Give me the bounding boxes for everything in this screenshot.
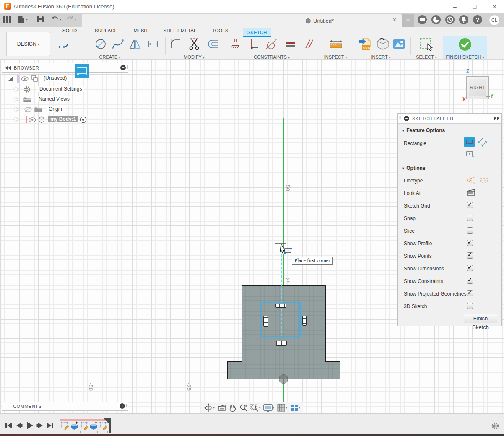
viewports-tool[interactable]: ▾	[290, 404, 300, 412]
finish-sketch-button[interactable]: Finish Sketch	[464, 314, 497, 323]
feature-options-section-header[interactable]: ▼ Feature Options	[401, 127, 445, 133]
data-panel-icon[interactable]	[3, 16, 11, 23]
job-status-button[interactable]	[418, 15, 427, 24]
modify-group-label[interactable]: MODIFY ▾	[179, 54, 209, 60]
sketch-palette-header[interactable]: ‖ − SKETCH PALETTE	[398, 114, 501, 124]
timeline-play-button[interactable]	[26, 421, 34, 430]
spline-tool-icon[interactable]	[111, 37, 125, 51]
radio-target-icon[interactable]	[80, 116, 87, 123]
offset-tool-icon[interactable]	[205, 37, 220, 51]
ribbon-tab-tools[interactable]: TOOLS	[209, 28, 231, 36]
ribbon-tab-surface[interactable]: SURFACE	[91, 28, 121, 36]
redo-icon[interactable]	[66, 16, 74, 23]
measure-tool-icon[interactable]	[328, 37, 343, 51]
workspace-selector[interactable]: DESIGN ▾	[6, 32, 50, 56]
trim-tool-icon[interactable]	[187, 37, 201, 51]
help-button[interactable]: ?	[473, 15, 482, 24]
expand-closed-icon[interactable]	[15, 107, 18, 112]
pan-tool[interactable]	[229, 404, 236, 412]
timeline-sketch-feature-2[interactable]	[81, 422, 89, 430]
show-profile-checkbox[interactable]	[467, 240, 473, 246]
timeline-step-forward-button[interactable]	[36, 422, 44, 429]
settings-gear-icon[interactable]	[491, 422, 499, 430]
select-group-label[interactable]: SELECT ▾	[413, 54, 440, 60]
timeline-position-marker[interactable]	[109, 418, 111, 433]
sketch-grid-checkbox[interactable]	[467, 202, 473, 208]
file-menu-icon[interactable]	[18, 16, 24, 23]
grid-display-tool[interactable]: ▾	[277, 404, 287, 412]
comments-grip-handle[interactable]: ‖	[126, 403, 128, 408]
visibility-off-eye-icon[interactable]	[24, 107, 32, 112]
show-constraints-checkbox[interactable]	[467, 278, 473, 284]
ribbon-tab-mesh[interactable]: MESH	[130, 28, 151, 36]
look-at-icon[interactable]	[466, 189, 475, 196]
timeline-step-back-button[interactable]	[16, 422, 23, 429]
timeline-go-to-end-button[interactable]	[46, 422, 54, 429]
expand-open-icon[interactable]	[8, 76, 13, 82]
center-rectangle-icon[interactable]	[466, 151, 474, 157]
circle-tool-icon[interactable]	[94, 37, 108, 51]
construction-linetype-icon[interactable]	[466, 176, 476, 185]
undo-icon[interactable]	[50, 16, 58, 23]
dimension-tool-icon[interactable]	[146, 37, 160, 51]
tangent-constraint-icon[interactable]	[264, 37, 278, 51]
rectangle-tool-selected[interactable]	[75, 64, 89, 78]
browser-origin-label[interactable]: Origin	[46, 106, 65, 112]
minimize-button[interactable]: –	[448, 2, 462, 11]
finish-sketch-group-label[interactable]: FINISH SKETCH ▾	[444, 54, 486, 60]
timeline-go-to-start-button[interactable]	[5, 422, 13, 429]
inspect-group-label[interactable]: INSPECT ▾	[321, 54, 350, 60]
centerline-linetype-icon[interactable]	[479, 176, 489, 185]
fit-tool[interactable]: ▾	[250, 404, 260, 412]
show-dimensions-checkbox[interactable]	[467, 265, 473, 271]
browser-root-label[interactable]: (Unsaved)	[41, 75, 69, 81]
select-tool-icon[interactable]	[419, 37, 434, 52]
fix-constraint-icon[interactable]	[229, 37, 242, 51]
comments-add-icon[interactable]: +	[120, 403, 125, 409]
timeline-rollback-bar[interactable]	[60, 419, 108, 421]
close-button[interactable]: ✕	[487, 2, 501, 11]
slice-checkbox[interactable]	[467, 227, 473, 234]
browser-my-body-label[interactable]: my Body:1	[48, 116, 78, 122]
timeline-sketch-feature-1[interactable]	[61, 422, 69, 430]
browser-named-views-label[interactable]: Named Views	[36, 96, 72, 102]
collapse-left-icon[interactable]	[5, 66, 11, 70]
expand-closed-icon[interactable]	[15, 87, 18, 91]
zoom-tool[interactable]: ±	[239, 404, 248, 412]
ribbon-tab-sketch[interactable]: SKETCH	[243, 28, 271, 36]
extensions-button[interactable]	[431, 15, 441, 24]
show-points-checkbox[interactable]	[467, 252, 473, 259]
three-point-rectangle-icon[interactable]	[478, 138, 487, 147]
insert-mesh-icon[interactable]	[376, 37, 390, 51]
equal-constraint-icon[interactable]	[284, 37, 297, 51]
viewcube[interactable]: RIGHT	[466, 76, 489, 99]
orbit-tool[interactable]: ▾	[204, 403, 215, 413]
caret-down-icon[interactable]: ▾	[26, 18, 28, 21]
expand-closed-icon[interactable]	[15, 97, 18, 101]
caret-down-icon[interactable]: ▾	[60, 18, 61, 21]
visibility-eye-icon[interactable]	[21, 76, 29, 81]
insert-group-label[interactable]: INSERT ▾	[367, 54, 394, 60]
maximize-button[interactable]: □	[468, 2, 482, 11]
ribbon-tab-solid[interactable]: SOLID	[59, 28, 81, 36]
palette-minimize-icon[interactable]: −	[404, 116, 409, 121]
browser-panel-header[interactable]: BROWSER − ‖	[2, 63, 128, 73]
constraint-glyph-left[interactable]	[263, 316, 268, 327]
comments-panel-header[interactable]: COMMENTS + ‖	[2, 402, 128, 411]
insert-svg-icon[interactable]: SVG	[357, 37, 372, 52]
expand-closed-icon[interactable]	[15, 117, 18, 122]
origin-point[interactable]	[279, 374, 288, 384]
vertical-horizontal-constraint-icon[interactable]	[247, 37, 260, 51]
fillet-tool-icon[interactable]	[169, 37, 183, 51]
notifications-button[interactable]	[459, 15, 468, 24]
browser-grip-handle[interactable]: ‖	[127, 65, 129, 70]
options-section-header[interactable]: ▼ Options	[401, 165, 426, 171]
line-tool-icon[interactable]	[57, 37, 71, 51]
collapse-right-icon[interactable]	[494, 117, 500, 120]
constraint-glyph-right[interactable]	[302, 316, 307, 326]
snap-checkbox[interactable]	[467, 215, 473, 221]
look-at-tool[interactable]	[218, 404, 226, 412]
browser-document-settings-label[interactable]: Document Settings	[37, 86, 84, 92]
finish-sketch-block[interactable]: FINISH SKETCH ▾	[443, 36, 487, 59]
history-button[interactable]	[445, 15, 455, 24]
